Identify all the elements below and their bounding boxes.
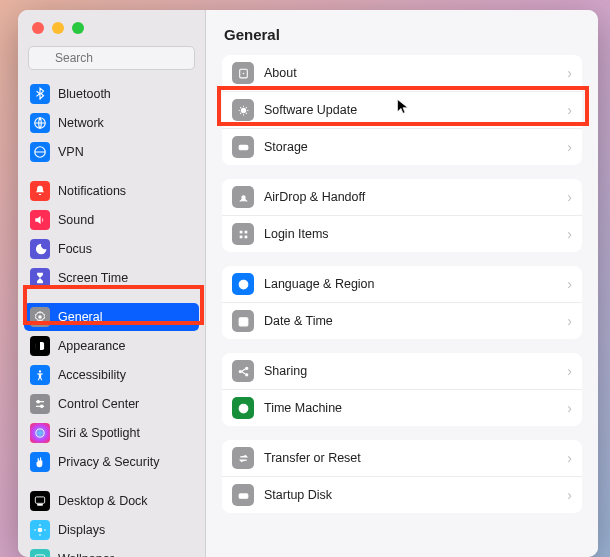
row-time-machine[interactable]: Time Machine › [222,390,582,426]
drive-icon [232,136,254,158]
sidebar-item-desktop-dock[interactable]: Desktop & Dock [24,487,199,515]
sidebar-item-focus[interactable]: Focus [24,235,199,263]
svg-rect-30 [244,235,247,238]
row-label: Date & Time [264,314,557,328]
sidebar-item-label: Desktop & Dock [58,494,148,508]
gear-refresh-icon [232,99,254,121]
sidebar-item-vpn[interactable]: VPN [24,138,199,166]
sidebar-item-label: Notifications [58,184,126,198]
sidebar-item-label: Accessibility [58,368,126,382]
sidebar: Bluetooth Network VPN Notifications [18,10,206,557]
wallpaper-icon [30,549,50,557]
maximize-window-button[interactable] [72,22,84,34]
row-transfer-reset[interactable]: Transfer or Reset › [222,440,582,477]
minimize-window-button[interactable] [52,22,64,34]
page-title: General [222,10,582,55]
dock-icon [30,491,50,511]
sidebar-item-label: Displays [58,523,105,537]
chevron-right-icon: › [567,488,572,502]
search-input[interactable] [28,46,195,70]
svg-point-36 [245,373,247,375]
chevron-right-icon: › [567,364,572,378]
chevron-right-icon: › [567,140,572,154]
sidebar-item-appearance[interactable]: Appearance [24,332,199,360]
sidebar-item-displays[interactable]: Displays [24,516,199,544]
svg-point-25 [245,146,246,147]
sliders-icon [30,394,50,414]
sidebar-item-general[interactable]: General [24,303,199,331]
sidebar-item-label: Focus [58,242,92,256]
sidebar-list: Bluetooth Network VPN Notifications [18,78,205,557]
calendar-clock-icon [232,310,254,332]
sidebar-item-label: Appearance [58,339,125,353]
airdrop-icon [232,186,254,208]
row-startup-disk[interactable]: Startup Disk › [222,477,582,513]
close-window-button[interactable] [32,22,44,34]
sidebar-item-label: Wallpaper [58,552,114,557]
settings-group: Language & Region › Date & Time › [222,266,582,339]
sidebar-item-bluetooth[interactable]: Bluetooth [24,80,199,108]
svg-point-15 [38,528,43,533]
sidebar-item-label: Bluetooth [58,87,111,101]
chevron-right-icon: › [567,401,572,415]
settings-group: AirDrop & Handoff › Login Items › [222,179,582,252]
disk-icon [232,484,254,506]
row-storage[interactable]: Storage › [222,129,582,165]
svg-rect-14 [37,504,43,506]
svg-rect-13 [35,497,44,503]
sidebar-item-accessibility[interactable]: Accessibility [24,361,199,389]
sidebar-item-label: VPN [58,145,84,159]
hourglass-icon [30,268,50,288]
display-icon [30,520,50,540]
row-label: Software Update [264,103,557,117]
svg-point-11 [41,405,43,407]
row-label: AirDrop & Handoff [264,190,557,204]
sidebar-item-label: General [58,310,102,324]
sidebar-item-label: Control Center [58,397,139,411]
chevron-right-icon: › [567,451,572,465]
sidebar-item-label: Network [58,116,104,130]
settings-window: Bluetooth Network VPN Notifications [18,10,598,557]
sidebar-item-notifications[interactable]: Notifications [24,177,199,205]
svg-point-9 [37,401,39,403]
row-label: Login Items [264,227,557,241]
cursor-pointer-icon [396,98,410,116]
chevron-right-icon: › [567,314,572,328]
sidebar-item-label: Privacy & Security [58,455,159,469]
time-machine-icon [232,397,254,419]
row-sharing[interactable]: Sharing › [222,353,582,390]
sidebar-item-privacy[interactable]: Privacy & Security [24,448,199,476]
svg-rect-27 [239,230,242,233]
row-about[interactable]: About › [222,55,582,92]
row-airdrop[interactable]: AirDrop & Handoff › [222,179,582,216]
grid-icon [232,223,254,245]
row-language-region[interactable]: Language & Region › [222,266,582,303]
row-label: Storage [264,140,557,154]
row-login-items[interactable]: Login Items › [222,216,582,252]
moon-icon [30,239,50,259]
svg-point-22 [242,72,244,74]
bluetooth-icon [30,84,50,104]
sidebar-item-network[interactable]: Network [24,109,199,137]
settings-group: Transfer or Reset › Startup Disk › [222,440,582,513]
sidebar-item-label: Siri & Spotlight [58,426,140,440]
appearance-icon [30,336,50,356]
sidebar-item-screen-time[interactable]: Screen Time [24,264,199,292]
row-label: Time Machine [264,401,557,415]
row-label: Sharing [264,364,557,378]
about-icon [232,62,254,84]
svg-point-35 [245,367,247,369]
chevron-right-icon: › [567,66,572,80]
sidebar-item-sound[interactable]: Sound [24,206,199,234]
row-date-time[interactable]: Date & Time › [222,303,582,339]
sidebar-item-label: Sound [58,213,94,227]
speaker-icon [30,210,50,230]
sidebar-item-siri[interactable]: Siri & Spotlight [24,419,199,447]
svg-rect-29 [239,235,242,238]
svg-point-34 [239,370,241,372]
transfer-icon [232,447,254,469]
hand-icon [30,452,50,472]
sidebar-item-wallpaper[interactable]: Wallpaper [24,545,199,557]
sidebar-item-control-center[interactable]: Control Center [24,390,199,418]
svg-rect-28 [244,230,247,233]
